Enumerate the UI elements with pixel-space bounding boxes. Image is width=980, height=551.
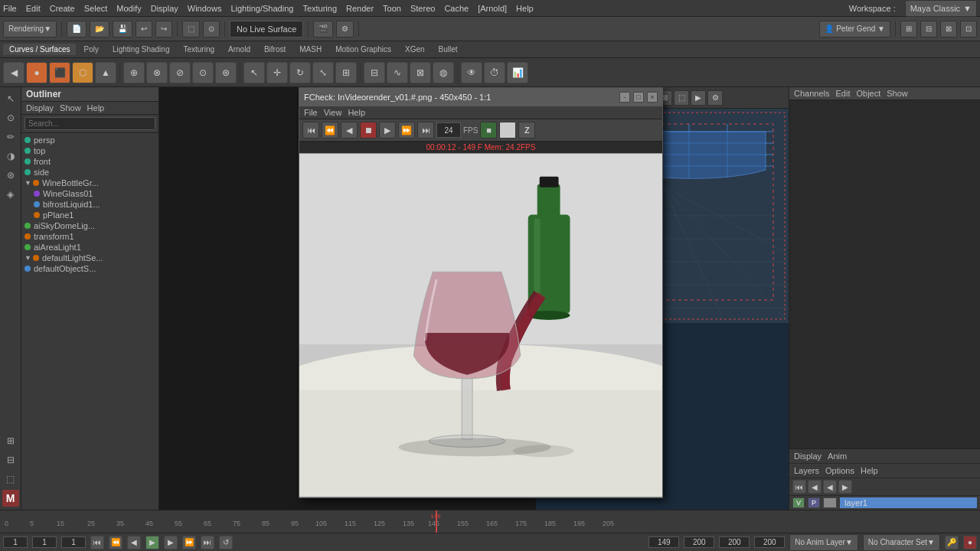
lasso-button[interactable]: ⊙ [203,21,220,37]
tab-bifrost[interactable]: Bifrost [258,44,292,55]
layer-color[interactable] [823,497,837,508]
transport-prev-frame[interactable]: ◀ [127,536,141,549]
icon-toolbar-4[interactable]: ⊡ [960,21,977,37]
sidebar-render-region[interactable]: ⬚ [2,471,19,487]
outliner-item-bifrost[interactable]: bifrostLiquid1... [21,199,158,210]
channels-object[interactable]: Object [856,89,880,98]
layer-nav-3[interactable]: ◀ [823,480,837,494]
fcheck-image[interactable] [299,153,662,497]
frame-start-input[interactable] [3,536,28,548]
render-button[interactable]: 🎬 [313,21,333,37]
menu-texturing[interactable]: Texturing [302,4,337,13]
snap-grid[interactable]: ⊟ [364,62,385,83]
channels-edit[interactable]: Edit [835,89,850,98]
sidebar-paint[interactable]: ✏ [2,129,19,145]
transport-end[interactable]: ⏭ [201,536,214,549]
fcheck-close[interactable]: × [647,92,658,103]
transport-next-frame[interactable]: ▶ [164,536,178,549]
channels-show[interactable]: Show [887,89,908,98]
outliner-item-defaultobject[interactable]: defaultObjectS... [21,263,158,274]
value2-input[interactable] [719,536,750,548]
menu-stereo[interactable]: Stereo [410,4,435,13]
user-button[interactable]: 👤 Peter Gend ▼ [819,21,890,37]
vp-settings-btn[interactable]: ⚙ [707,90,723,106]
new-scene-button[interactable]: 📄 [67,21,87,37]
menu-display[interactable]: Display [151,4,178,13]
sidebar-rivet[interactable]: ⊛ [2,167,19,184]
tab-arnold[interactable]: Arnold [222,44,256,55]
fcheck-title-bar[interactable]: FCheck: InVideorender_v01.#.png - 450x45… [299,88,662,106]
layer-nav-1[interactable]: ⏮ [792,480,806,494]
outliner-item-wineglass[interactable]: WineGlass01 [21,188,158,199]
snap-point[interactable]: ⊠ [410,62,431,83]
frame-display[interactable] [648,536,679,548]
icon-toolbar-3[interactable]: ⊠ [940,21,957,37]
value3-input[interactable] [754,536,785,548]
sidebar-sculpt[interactable]: ◑ [2,148,19,165]
transport-play-fwd[interactable]: ▶ [145,536,159,549]
fcheck-menu-view[interactable]: View [324,108,342,117]
no-anim-layer-dropdown[interactable]: No Anim Layer ▼ [789,534,858,551]
fcheck-color1[interactable]: ■ [480,122,497,139]
fcheck-z-button[interactable]: Z [518,122,535,139]
fcheck-minimize[interactable]: - [619,92,630,103]
outliner-item-winebottle[interactable]: ▼ WineBottleGr... [21,178,158,188]
fcheck-prev-frame[interactable]: ⏪ [322,122,338,139]
menu-render[interactable]: Render [346,4,374,13]
outliner-menu-display[interactable]: Display [26,103,54,112]
rotate-icon[interactable]: ↻ [289,62,311,83]
fcheck-play-rev[interactable]: ◀ [341,122,358,139]
sidebar-lasso[interactable]: ⊙ [2,109,19,126]
open-button[interactable]: 📂 [90,21,109,37]
outliner-search-input[interactable] [24,117,155,130]
fcheck-play-fwd[interactable]: ▶ [379,122,396,139]
select-icon[interactable]: ↖ [243,62,265,83]
fcheck-maximize[interactable]: □ [633,92,644,103]
outliner-item-pplane[interactable]: pPlane1 [21,210,158,220]
vp-gate-btn[interactable]: ⬚ [674,90,689,106]
tool4[interactable]: ⊙ [192,62,214,83]
tab-mash[interactable]: MASH [293,44,328,55]
outliner-item-defaultlight[interactable]: ▼ defaultLightSe... [21,253,158,263]
transport-next-key[interactable]: ⏩ [182,536,196,549]
save-button[interactable]: 💾 [113,21,132,37]
no-character-set-dropdown[interactable]: No Character Set ▼ [863,534,940,551]
menu-edit[interactable]: Edit [26,4,41,13]
icon-toolbar-1[interactable]: ⊞ [900,21,917,37]
cylinder-icon[interactable]: ⬡ [72,62,93,83]
display-label[interactable]: Display [794,452,822,461]
transform-icon[interactable]: ⊞ [335,62,357,83]
fcheck-menu-file[interactable]: File [304,108,318,117]
snap-curve[interactable]: ∿ [387,62,408,83]
cube-icon[interactable]: ⬛ [49,62,70,83]
fcheck-stop[interactable]: ⏹ [360,122,377,139]
cone-icon[interactable]: ▲ [95,62,116,83]
menu-arnold[interactable]: [Arnold] [478,4,507,13]
outliner-item-aiskydome[interactable]: aiSkyDomeLig... [21,220,158,231]
menu-help[interactable]: Help [516,4,534,13]
tab-curves-surfaces[interactable]: Curves / Surfaces [3,44,76,55]
menu-modify[interactable]: Modify [116,4,141,13]
tab-motion-graphics[interactable]: Motion Graphics [329,44,397,55]
sidebar-select[interactable]: ↖ [2,90,19,107]
redo-button[interactable]: ↪ [155,21,172,37]
channel-icon[interactable]: 📊 [507,62,528,83]
sidebar-grid[interactable]: ⊟ [2,452,19,468]
tab-bullet[interactable]: Bullet [433,44,464,55]
menu-cache[interactable]: Cache [444,4,469,13]
channels-label[interactable]: Channels [794,89,829,98]
help-label[interactable]: Help [861,466,878,475]
outliner-item-front[interactable]: front [21,156,158,167]
tab-xgen[interactable]: XGen [399,44,431,55]
icon-toolbar-2[interactable]: ⊟ [920,21,937,37]
transport-loop[interactable]: ↺ [219,536,233,549]
fcheck-fwd-end[interactable]: ⏭ [417,122,434,139]
layer-nav-2[interactable]: ◀ [808,480,822,494]
tab-poly[interactable]: Poly [77,44,104,55]
soft-select[interactable]: ◍ [433,62,454,83]
fcheck-next-frame[interactable]: ⏩ [398,122,415,139]
layer-nav-4[interactable]: ▶ [838,480,852,494]
workspace-selector[interactable]: Maya Classic ▼ [905,0,977,17]
timeline-ruler[interactable]: 0 5 15 25 35 45 55 65 75 85 95 105 115 1… [3,510,977,533]
layer-name[interactable]: layer1 [840,497,977,508]
